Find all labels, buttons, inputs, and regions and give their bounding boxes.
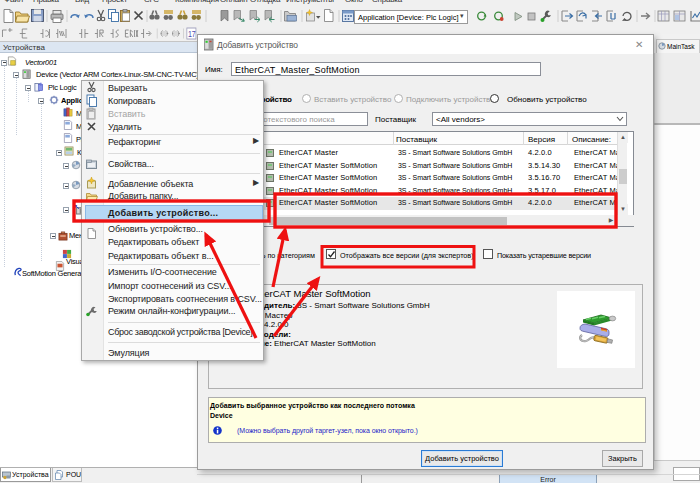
svg-text:17: 17	[188, 29, 196, 39]
